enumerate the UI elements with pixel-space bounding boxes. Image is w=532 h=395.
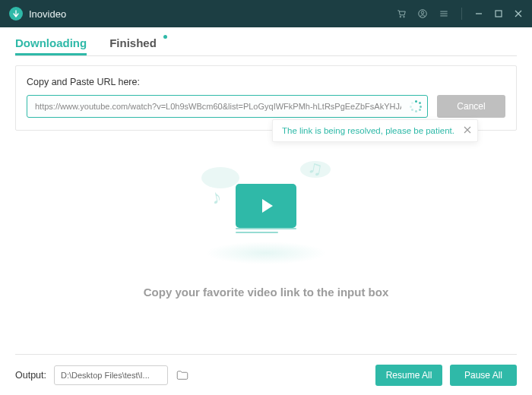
tab-bar: Downloading Finished: [0, 27, 532, 55]
titlebar-divider: [461, 8, 462, 20]
menu-icon[interactable]: [439, 8, 449, 19]
svg-point-0: [400, 16, 401, 17]
app-title: Inovideo: [29, 8, 66, 20]
url-input[interactable]: [27, 95, 428, 118]
bottom-bar: Output: D:\Desktop Files\test\I... Resum…: [15, 354, 517, 395]
empty-state-illustration-icon: ♪ ♫: [198, 153, 334, 260]
user-icon[interactable]: [417, 8, 428, 19]
tab-downloading[interactable]: Downloading: [15, 36, 87, 55]
output-label: Output:: [15, 370, 46, 381]
cart-icon[interactable]: [396, 8, 407, 19]
svg-point-1: [404, 16, 405, 17]
minimize-button[interactable]: [474, 9, 483, 18]
close-button[interactable]: [514, 9, 523, 18]
url-input-wrap: [27, 95, 428, 118]
output-path-field[interactable]: D:\Desktop Files\test\I...: [54, 365, 168, 385]
title-bar: Inovideo: [0, 0, 532, 27]
tab-finished-indicator-icon: [163, 35, 167, 39]
resume-all-button[interactable]: Resume All: [375, 365, 442, 386]
video-player-icon: [236, 184, 296, 228]
cancel-button[interactable]: Cancel: [437, 95, 505, 118]
empty-state-hint: Copy your favorite video link to the inp…: [144, 286, 389, 299]
browse-folder-icon[interactable]: [176, 368, 189, 382]
svg-rect-4: [496, 11, 502, 17]
app-window: Inovideo Downloadin: [0, 0, 532, 395]
loading-spinner-icon: [410, 100, 422, 112]
maximize-button[interactable]: [494, 9, 503, 18]
tab-finished[interactable]: Finished: [109, 36, 157, 55]
tab-finished-label: Finished: [109, 36, 157, 49]
main-content: ♪ ♫ Copy your favorite video link to the…: [0, 131, 532, 354]
pause-all-button[interactable]: Pause All: [450, 365, 517, 386]
tab-divider: [15, 55, 517, 56]
music-note-icon: ♫: [306, 156, 325, 182]
tab-downloading-label: Downloading: [15, 36, 87, 49]
svg-point-3: [421, 11, 424, 14]
url-input-label: Copy and Paste URL here:: [27, 77, 505, 87]
output-path-text: D:\Desktop Files\test\I...: [61, 371, 150, 380]
app-logo-icon: [9, 7, 23, 21]
